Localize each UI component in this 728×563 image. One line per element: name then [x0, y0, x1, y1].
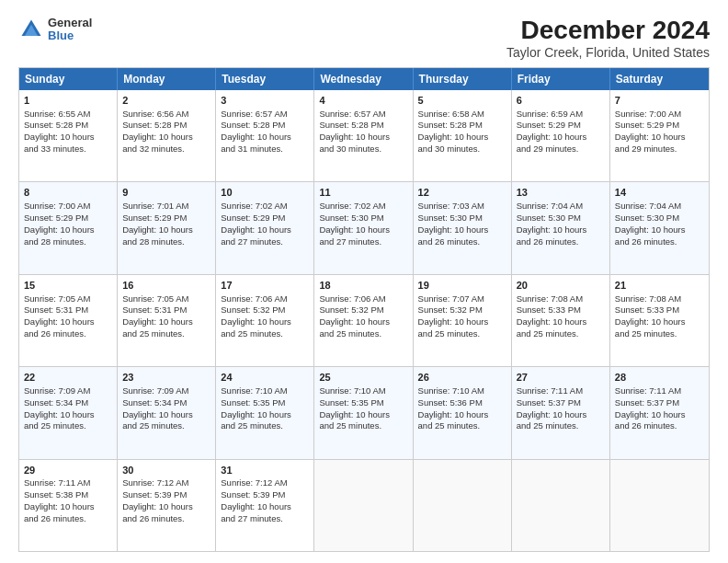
calendar-cell-1-2: 10Sunrise: 7:02 AMSunset: 5:29 PMDayligh… [216, 182, 314, 273]
day-info: Sunset: 5:30 PM [418, 213, 506, 224]
day-number: 16 [122, 279, 210, 293]
logo-line1: General [48, 17, 92, 29]
day-info: and 26 minutes. [517, 236, 605, 248]
day-info: and 26 minutes. [615, 236, 704, 248]
day-info: Sunset: 5:28 PM [221, 120, 309, 132]
calendar-cell-2-5: 20Sunrise: 7:08 AMSunset: 5:33 PMDayligh… [512, 275, 610, 366]
day-info: Daylight: 10 hours [418, 409, 506, 421]
day-number: 15 [24, 279, 112, 293]
page: General Blue December 2024 Taylor Creek,… [0, 0, 728, 563]
day-info: and 25 minutes. [418, 420, 506, 432]
day-info: Sunset: 5:35 PM [319, 397, 407, 409]
calendar-cell-0-5: 6Sunrise: 6:59 AMSunset: 5:29 PMDaylight… [512, 90, 610, 181]
day-info: Sunrise: 7:04 AM [615, 201, 704, 213]
day-info: and 27 minutes. [221, 236, 309, 248]
day-info: Sunrise: 7:12 AM [122, 477, 210, 489]
day-info: Sunrise: 7:09 AM [122, 385, 210, 397]
calendar-cell-2-3: 18Sunrise: 7:06 AMSunset: 5:32 PMDayligh… [314, 275, 413, 366]
day-info: Sunrise: 7:03 AM [418, 201, 506, 213]
day-info: Daylight: 10 hours [319, 409, 407, 421]
calendar-cell-2-4: 19Sunrise: 7:07 AMSunset: 5:32 PMDayligh… [414, 275, 512, 366]
day-info: Sunrise: 7:02 AM [319, 201, 407, 213]
calendar-cell-1-5: 13Sunrise: 7:04 AMSunset: 5:30 PMDayligh… [512, 182, 610, 273]
day-info: and 25 minutes. [319, 328, 407, 340]
calendar-cell-1-3: 11Sunrise: 7:02 AMSunset: 5:30 PMDayligh… [314, 182, 413, 273]
day-info: Sunrise: 7:05 AM [24, 293, 112, 305]
calendar-cell-2-2: 17Sunrise: 7:06 AMSunset: 5:32 PMDayligh… [216, 275, 314, 366]
day-info: Sunset: 5:31 PM [122, 304, 210, 316]
day-number: 11 [319, 186, 407, 200]
calendar-week-4: 29Sunrise: 7:11 AMSunset: 5:38 PMDayligh… [19, 459, 709, 551]
day-info: Sunrise: 7:06 AM [221, 293, 309, 305]
day-info: Sunset: 5:39 PM [122, 489, 210, 501]
day-info: Sunset: 5:34 PM [122, 397, 210, 409]
day-info: Daylight: 10 hours [418, 132, 506, 144]
calendar-cell-4-5 [512, 460, 610, 551]
day-info: Daylight: 10 hours [615, 316, 704, 328]
calendar-cell-2-1: 16Sunrise: 7:05 AMSunset: 5:31 PMDayligh… [118, 275, 216, 366]
day-info: Daylight: 10 hours [319, 132, 407, 144]
day-info: Sunset: 5:31 PM [24, 304, 112, 316]
day-info: Daylight: 10 hours [517, 224, 605, 236]
day-info: and 26 minutes. [418, 236, 506, 248]
day-number: 5 [418, 94, 506, 108]
day-number: 25 [319, 371, 407, 385]
day-info: Sunset: 5:32 PM [319, 304, 407, 316]
calendar-week-2: 15Sunrise: 7:05 AMSunset: 5:31 PMDayligh… [19, 274, 709, 366]
calendar-cell-0-1: 2Sunrise: 6:56 AMSunset: 5:28 PMDaylight… [118, 90, 216, 181]
day-number: 29 [24, 464, 112, 477]
day-info: and 25 minutes. [517, 328, 605, 340]
day-number: 10 [221, 186, 309, 200]
day-info: Sunset: 5:32 PM [418, 304, 506, 316]
day-info: and 26 minutes. [24, 328, 112, 340]
day-info: Sunrise: 7:00 AM [615, 109, 704, 121]
day-number: 7 [615, 94, 704, 108]
day-info: and 25 minutes. [418, 328, 506, 340]
calendar-cell-1-6: 14Sunrise: 7:04 AMSunset: 5:30 PMDayligh… [610, 182, 709, 273]
day-info: Sunrise: 7:09 AM [24, 385, 112, 397]
day-info: Sunrise: 7:07 AM [418, 293, 506, 305]
day-number: 30 [122, 464, 210, 477]
day-info: Sunset: 5:28 PM [122, 120, 210, 132]
day-info: Daylight: 10 hours [418, 316, 506, 328]
calendar-cell-4-3 [314, 460, 413, 551]
day-info: Daylight: 10 hours [221, 224, 309, 236]
day-info: Sunset: 5:30 PM [319, 213, 407, 224]
day-info: and 25 minutes. [122, 328, 210, 340]
day-number: 31 [221, 464, 309, 477]
day-info: Daylight: 10 hours [122, 316, 210, 328]
calendar-cell-0-0: 1Sunrise: 6:55 AMSunset: 5:28 PMDaylight… [19, 90, 118, 181]
day-info: Daylight: 10 hours [122, 409, 210, 421]
day-info: and 25 minutes. [122, 420, 210, 432]
day-info: Sunset: 5:30 PM [615, 213, 704, 224]
header-thursday: Thursday [414, 68, 512, 90]
day-number: 27 [517, 371, 605, 385]
day-info: Sunset: 5:28 PM [24, 120, 112, 132]
day-info: Daylight: 10 hours [319, 316, 407, 328]
day-info: Sunset: 5:33 PM [615, 304, 704, 316]
calendar-cell-3-5: 27Sunrise: 7:11 AMSunset: 5:37 PMDayligh… [512, 367, 610, 458]
title-block: December 2024 Taylor Creek, Florida, Uni… [506, 17, 710, 60]
header-wednesday: Wednesday [314, 68, 413, 90]
day-info: Sunset: 5:35 PM [221, 397, 309, 409]
day-info: Daylight: 10 hours [24, 501, 112, 513]
day-info: Daylight: 10 hours [221, 501, 309, 513]
day-number: 24 [221, 371, 309, 385]
day-info: Sunset: 5:36 PM [418, 397, 506, 409]
day-info: and 29 minutes. [615, 144, 704, 155]
day-number: 2 [122, 94, 210, 108]
day-info: and 27 minutes. [221, 513, 309, 525]
day-info: Daylight: 10 hours [517, 316, 605, 328]
calendar-cell-1-1: 9Sunrise: 7:01 AMSunset: 5:29 PMDaylight… [118, 182, 216, 273]
day-info: and 32 minutes. [122, 144, 210, 155]
header-saturday: Saturday [610, 68, 709, 90]
day-info: Sunset: 5:32 PM [221, 304, 309, 316]
day-info: Sunset: 5:29 PM [517, 120, 605, 132]
calendar-header: Sunday Monday Tuesday Wednesday Thursday… [19, 68, 709, 90]
day-number: 1 [24, 94, 112, 108]
day-info: and 25 minutes. [221, 328, 309, 340]
calendar-cell-2-0: 15Sunrise: 7:05 AMSunset: 5:31 PMDayligh… [19, 275, 118, 366]
header: General Blue December 2024 Taylor Creek,… [18, 17, 710, 60]
day-info: Sunrise: 7:06 AM [319, 293, 407, 305]
calendar-cell-4-1: 30Sunrise: 7:12 AMSunset: 5:39 PMDayligh… [118, 460, 216, 551]
